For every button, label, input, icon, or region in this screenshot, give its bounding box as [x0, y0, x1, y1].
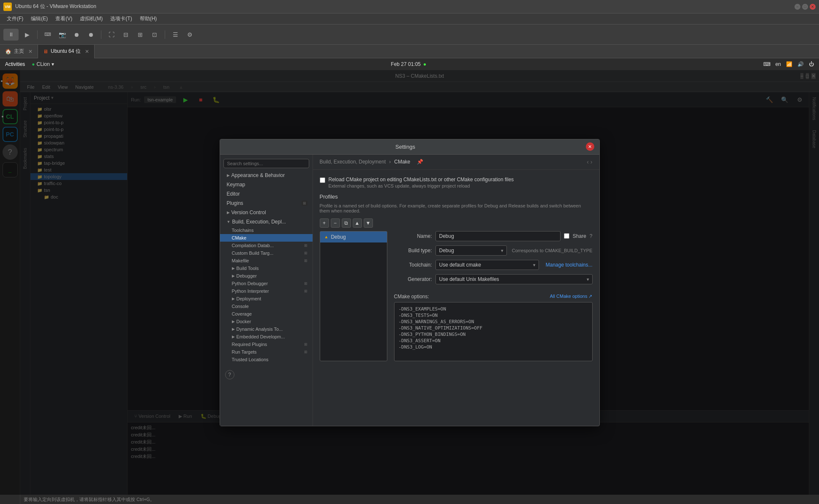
nav-item-plugins[interactable]: Plugins ⊞ — [220, 199, 313, 208]
nav-subitem-cmake[interactable]: CMake — [220, 234, 313, 242]
power-icon[interactable]: ⏻ — [809, 61, 814, 67]
nav-subitem-docker[interactable]: ▶ Docker — [220, 318, 313, 325]
nav-back-button[interactable]: ‹ — [587, 158, 589, 165]
profile-move-up-button[interactable]: ▲ — [353, 218, 362, 228]
cmake-options-box[interactable]: -DNS3_EXAMPLES=ON -DNS3_TESTS=ON -DNS3_W… — [394, 302, 593, 361]
network-icon[interactable]: 📶 — [786, 61, 792, 67]
nav-subitem-deployment[interactable]: ▶ Deployment — [220, 295, 313, 302]
menu-vm[interactable]: 虚拟机(M) — [76, 14, 106, 23]
vmware-titlebar: VM Ubuntu 64 位 - VMware Workstation − □ … — [0, 0, 819, 14]
nav-subitem-toolchains[interactable]: Toolchains — [220, 226, 313, 234]
nav-label: Build Tools — [237, 266, 259, 271]
window-controls: − □ ✕ — [795, 4, 816, 10]
nav-subitem-required-plugins[interactable]: Required Plugins ⊞ — [220, 341, 313, 348]
nav-subitem-debugger[interactable]: ▶ Debugger — [220, 272, 313, 280]
build-type-select[interactable]: Debug Release RelWithDebInfo MinSizeRel — [435, 245, 507, 256]
toolchain-select[interactable]: Use default cmake — [435, 260, 539, 270]
settings-content: Build, Execution, Deployment › CMake 📌 ‹… — [313, 155, 599, 426]
menu-view[interactable]: 查看(V) — [52, 14, 76, 23]
nav-item-build-exec[interactable]: ▼ Build, Execution, Depl... — [220, 217, 313, 226]
all-cmake-options-link[interactable]: All CMake options ↗ — [550, 294, 593, 299]
toolchain-select-wrap: Use default cmake — [435, 260, 539, 270]
expand-icon: ▼ — [227, 220, 231, 224]
nav-item-appearance[interactable]: ▶ Appearance & Behavior — [220, 171, 313, 180]
reload-checkbox[interactable] — [320, 177, 325, 183]
name-input[interactable] — [435, 231, 561, 241]
breadcrumb-pin-icon[interactable]: 📌 — [417, 159, 423, 165]
fit3-button[interactable]: ⊡ — [149, 29, 161, 41]
volume-icon[interactable]: 🔊 — [797, 61, 804, 67]
keyboard-icon[interactable]: ⌨ — [763, 61, 770, 67]
breadcrumb-parent[interactable]: Build, Execution, Deployment — [320, 159, 386, 165]
record-button[interactable]: ⏺ — [71, 29, 82, 41]
nav-subitem-coverage[interactable]: Coverage — [220, 310, 313, 318]
view-button[interactable]: ☰ — [169, 29, 181, 41]
profile-list-item-debug[interactable]: ▲ Debug — [320, 232, 387, 242]
tab-home[interactable]: 🏠 主页 ✕ — [0, 45, 38, 58]
settings-close-button[interactable]: ✕ — [586, 142, 594, 151]
generator-select-wrap: Use default Unix Makefiles — [435, 274, 593, 284]
ext-badge: ⊞ — [302, 201, 307, 206]
nav-subitem-run-targets[interactable]: Run Targets ⊞ — [220, 348, 313, 356]
close-button[interactable]: ✕ — [810, 4, 816, 10]
nav-label: Custom Build Targ... — [232, 251, 274, 256]
fit-button[interactable]: ⊟ — [120, 29, 132, 41]
tab-ubuntu-close[interactable]: ✕ — [85, 49, 89, 54]
nav-subitem-compilation-db[interactable]: Compilation Datab... ⊞ — [220, 242, 313, 249]
screenshot-button[interactable]: 📷 — [56, 29, 68, 41]
share-checkbox[interactable] — [564, 233, 569, 239]
nav-subitem-console[interactable]: Console — [220, 302, 313, 310]
nav-label: Debugger — [237, 273, 257, 278]
input-hint: 要将输入定向到该虚拟机，请将鼠标指针移入其中或按 Ctrl+G。 — [24, 496, 155, 503]
generator-select[interactable]: Use default Unix Makefiles — [435, 274, 593, 284]
profiles-desc: Profile is a named set of build options.… — [320, 203, 593, 213]
clion-arrow[interactable]: ▾ — [52, 61, 54, 67]
settings-titlebar: Settings ✕ — [220, 139, 599, 155]
nav-item-editor[interactable]: Editor — [220, 189, 313, 199]
maximize-button[interactable]: □ — [802, 4, 808, 10]
indicator-dot: ● — [423, 61, 426, 67]
tab-ubuntu[interactable]: 🖥 Ubuntu 64 位 ✕ — [38, 45, 95, 58]
profile-copy-button[interactable]: ⧉ — [342, 218, 351, 228]
send-keys-button[interactable]: ⌨ — [42, 29, 54, 41]
lang-indicator[interactable]: en — [775, 61, 781, 67]
settings-help-button[interactable]: ? — [225, 370, 234, 379]
nav-item-keymap[interactable]: Keymap — [220, 180, 313, 189]
nav-subitem-embedded-dev[interactable]: ▶ Embedded Developm... — [220, 333, 313, 341]
record2-button[interactable]: ⏺ — [85, 29, 97, 41]
power-button[interactable]: ▶ — [21, 29, 33, 41]
minimize-button[interactable]: − — [795, 4, 800, 10]
nav-subitem-python-interpreter[interactable]: Python Interpreter ⊞ — [220, 287, 313, 295]
nav-item-version-control[interactable]: ▶ Version Control — [220, 208, 313, 217]
nav-label: Version Control — [231, 210, 266, 215]
nav-subitem-trusted-locations[interactable]: Trusted Locations — [220, 356, 313, 363]
menu-file[interactable]: 文件(F) — [3, 14, 27, 23]
profile-add-button[interactable]: + — [320, 218, 329, 228]
settings-search-input[interactable] — [223, 159, 309, 168]
fullscreen-button[interactable]: ⛶ — [106, 29, 117, 41]
expand-icon: ▶ — [232, 297, 235, 301]
tab-home-close[interactable]: ✕ — [28, 49, 33, 54]
vmware-icon: VM — [3, 3, 12, 11]
nav-subitem-dynamic-analysis[interactable]: ▶ Dynamic Analysis To... — [220, 325, 313, 333]
menu-tab[interactable]: 选项卡(T) — [107, 14, 135, 23]
nav-forward-button[interactable]: › — [590, 158, 593, 165]
share-help-icon[interactable]: ? — [590, 233, 593, 239]
manage-toolchains-link[interactable]: Manage toolchains... — [546, 262, 593, 268]
nav-subitem-makefile[interactable]: Makefile ⊞ — [220, 257, 313, 264]
activities-button[interactable]: Activities — [5, 61, 25, 67]
menu-help[interactable]: 帮助(H) — [136, 14, 161, 23]
settings-button2[interactable]: ⚙ — [184, 29, 196, 41]
nav-subitem-custom-build[interactable]: Custom Build Targ... ⊞ — [220, 249, 313, 257]
pause-button[interactable]: ⏸ — [3, 29, 19, 41]
profile-toolbar: + − ⧉ ▲ ▼ — [320, 218, 593, 228]
menu-edit[interactable]: 编辑(E) — [27, 14, 51, 23]
profile-move-down-button[interactable]: ▼ — [364, 218, 373, 228]
profile-remove-button[interactable]: − — [331, 218, 340, 228]
nav-subitem-python-debugger[interactable]: Python Debugger ⊞ — [220, 280, 313, 287]
nav-subitem-build-tools[interactable]: ▶ Build Tools — [220, 264, 313, 272]
fit2-button[interactable]: ⊞ — [134, 29, 146, 41]
ubuntu-bottom-bar: 要将输入定向到该虚拟机，请将鼠标指针移入其中或按 Ctrl+G。 — [20, 495, 819, 504]
clion-menu[interactable]: ● CLion ▾ — [32, 61, 54, 67]
settings-help-area: ? — [220, 367, 313, 383]
